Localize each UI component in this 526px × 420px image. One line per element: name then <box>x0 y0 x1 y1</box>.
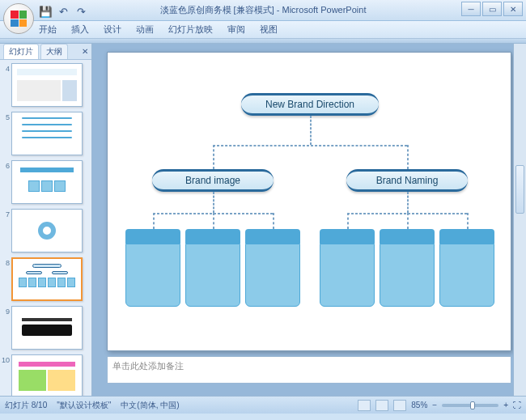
thumb-number: 6 <box>2 160 11 170</box>
slide-thumb-7[interactable] <box>11 209 83 252</box>
window-title: 淡蓝色原创商务模 [兼容模式] - Microsoft PowerPoint <box>160 4 367 16</box>
thumb-number: 8 <box>2 257 11 267</box>
fit-icon[interactable]: ⛶ <box>513 401 521 409</box>
zoom-slider[interactable] <box>442 404 498 407</box>
slide-canvas[interactable]: New Brand Direction Brand image Brand Na… <box>107 52 511 351</box>
thumb-number: 5 <box>2 112 11 121</box>
scrollbar-thumb[interactable] <box>515 165 524 214</box>
tab-animation[interactable]: 动画 <box>136 23 154 36</box>
slide-thumb-10[interactable] <box>11 354 83 396</box>
connector <box>347 213 349 229</box>
view-normal-icon[interactable] <box>358 400 371 411</box>
zoom-level: 85% <box>411 401 427 409</box>
zoom-out-icon[interactable]: − <box>432 401 437 409</box>
ribbon-tabs: 开始 插入 设计 动画 幻灯片放映 审阅 视图 <box>0 21 526 39</box>
titlebar: 💾 ↶ ↷ 淡蓝色原创商务模 [兼容模式] - Microsoft PowerP… <box>0 0 526 21</box>
thumb-number: 4 <box>2 63 11 73</box>
tab-design[interactable]: 设计 <box>104 23 121 36</box>
statusbar: 幻灯片 8/10 "默认设计模板" 中文(简体, 中国) 85% − + ⛶ <box>0 396 526 414</box>
tab-home[interactable]: 开始 <box>39 23 57 36</box>
status-lang: 中文(简体, 中国) <box>121 400 179 411</box>
quick-access-toolbar: 💾 ↶ ↷ <box>39 2 87 18</box>
slide-panel: 幻灯片 大纲 ✕ 4 5 6 7 8 9 10 <box>0 44 92 396</box>
maximize-button[interactable]: ▭ <box>482 2 502 16</box>
box[interactable] <box>125 229 180 307</box>
box[interactable] <box>185 229 240 307</box>
box-group-right[interactable] <box>320 229 494 307</box>
tab-outline[interactable]: 大纲 <box>40 44 68 59</box>
shape-right-text: Brand Naming <box>376 175 439 186</box>
shape-left[interactable]: Brand image <box>152 169 274 192</box>
slide-thumb-9[interactable] <box>11 306 83 350</box>
slide-editor: New Brand Direction Brand image Brand Na… <box>92 44 526 396</box>
window-controls: ─ ▭ ✕ <box>461 2 523 16</box>
connector <box>273 213 274 229</box>
connector <box>213 192 214 213</box>
thumb-number: 7 <box>2 209 11 218</box>
connector <box>407 213 409 229</box>
tab-slideshow[interactable]: 幻灯片放映 <box>168 23 213 36</box>
connector <box>407 145 409 169</box>
thumbnail-list[interactable]: 4 5 6 7 8 9 10 <box>0 60 91 396</box>
box[interactable] <box>245 229 300 307</box>
zoom-knob[interactable] <box>470 401 475 409</box>
shape-right[interactable]: Brand Naming <box>346 169 468 192</box>
connector <box>467 213 469 229</box>
thumb-number: 9 <box>2 306 11 316</box>
connector <box>153 213 155 229</box>
slide-thumb-8[interactable] <box>11 257 83 301</box>
shape-left-text: Brand image <box>185 175 240 186</box>
status-template: "默认设计模板" <box>57 400 111 411</box>
undo-icon[interactable]: ↶ <box>57 5 70 18</box>
main-area: 幻灯片 大纲 ✕ 4 5 6 7 8 9 10 New Brand Direct… <box>0 44 526 396</box>
slide-thumb-6[interactable] <box>11 160 83 204</box>
connector <box>310 116 312 145</box>
connector <box>213 145 407 146</box>
minimize-button[interactable]: ─ <box>461 2 481 16</box>
thumb-number: 10 <box>2 354 11 364</box>
box-group-left[interactable] <box>125 229 300 307</box>
connector <box>213 145 214 169</box>
connector <box>213 213 214 229</box>
connector <box>407 192 409 213</box>
tab-slides[interactable]: 幻灯片 <box>3 44 39 59</box>
slide-thumb-4[interactable] <box>11 63 83 107</box>
vertical-scrollbar[interactable] <box>513 44 526 396</box>
view-sorter-icon[interactable] <box>375 400 388 411</box>
shape-top[interactable]: New Brand Direction <box>241 93 379 116</box>
redo-icon[interactable]: ↷ <box>74 5 87 18</box>
office-button[interactable] <box>3 3 34 34</box>
status-slide: 幻灯片 8/10 <box>5 400 47 411</box>
zoom-in-icon[interactable]: + <box>503 401 508 409</box>
box[interactable] <box>320 229 375 307</box>
tab-view[interactable]: 视图 <box>260 23 278 36</box>
view-slideshow-icon[interactable] <box>393 400 406 411</box>
close-panel-icon[interactable]: ✕ <box>82 47 88 56</box>
tab-insert[interactable]: 插入 <box>71 23 89 36</box>
box[interactable] <box>439 229 494 307</box>
slide-thumb-5[interactable] <box>11 112 83 155</box>
close-button[interactable]: ✕ <box>503 2 523 16</box>
slide-panel-tabs: 幻灯片 大纲 ✕ <box>0 44 91 60</box>
save-icon[interactable]: 💾 <box>39 5 52 18</box>
office-logo-icon <box>11 11 27 27</box>
box[interactable] <box>380 229 435 307</box>
tab-review[interactable]: 审阅 <box>227 23 245 36</box>
notes-pane[interactable]: 单击此处添加备注 <box>107 356 511 384</box>
shape-top-text: New Brand Direction <box>265 99 354 110</box>
